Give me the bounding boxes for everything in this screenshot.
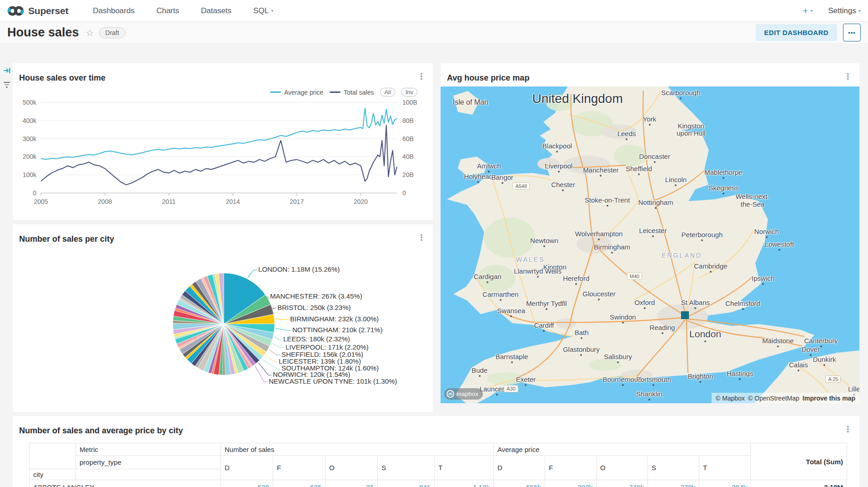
map-place-label: Skegness xyxy=(708,184,738,192)
road-badge: A 25 xyxy=(825,375,841,383)
chart-card-map: Avg house price map ⋮ xyxy=(441,63,859,403)
nav-item-charts[interactable]: Charts xyxy=(146,6,190,15)
map-place-label: Newtown xyxy=(530,237,558,244)
pie-plot[interactable]: LONDON: 1.18M (15.26%)MANCHESTER: 267k (… xyxy=(13,224,433,412)
svg-text:2005: 2005 xyxy=(34,198,48,205)
svg-text:300k: 300k xyxy=(23,135,37,142)
svg-text:200k: 200k xyxy=(23,153,37,160)
plus-icon: + xyxy=(803,5,808,16)
column-header: F xyxy=(545,456,597,480)
row-label: ABBOTS LANGLEY xyxy=(30,480,221,487)
map-place-label: Amlwch xyxy=(477,162,501,170)
map-place-label: Reading xyxy=(650,324,675,331)
brand-name[interactable]: Superset xyxy=(28,5,68,16)
value-cell: 202k xyxy=(545,480,597,487)
map-place-label: ENGLAND xyxy=(662,252,702,259)
series-line-average-price xyxy=(41,108,397,159)
svg-text:2011: 2011 xyxy=(162,198,176,205)
column-header: D xyxy=(494,456,545,480)
table-row: ABBOTS LANGLEY539635268411.12k555k202k74… xyxy=(30,480,847,487)
column-header: O xyxy=(597,456,648,480)
map-place-label: Dunkirk xyxy=(813,355,836,363)
map-place-label: United Kingdom xyxy=(532,91,623,106)
value-cell: 841 xyxy=(378,480,435,487)
map-place-label: Maidstone xyxy=(762,337,793,345)
map-place-label: Wolverhampton xyxy=(575,230,623,238)
column-header: S xyxy=(648,456,699,480)
svg-text:60B: 60B xyxy=(402,135,414,142)
column-header: T xyxy=(435,456,494,480)
nav-item-label: Dashboards xyxy=(93,6,135,15)
improve-map-link[interactable]: Improve this map xyxy=(803,395,855,402)
svg-text:2008: 2008 xyxy=(98,198,112,205)
favorite-star-icon[interactable]: ☆ xyxy=(86,27,94,38)
nav-item-dashboards[interactable]: Dashboards xyxy=(82,6,146,15)
map-place-label: Peterborough xyxy=(682,231,723,238)
map-place-label: Stoke-on-Trent xyxy=(585,196,630,204)
map-place-label: Salisbury xyxy=(604,353,632,360)
page-title: House sales xyxy=(7,25,79,40)
mapbox-attribution-link[interactable]: © Mapbox xyxy=(716,395,745,402)
top-navbar: Superset DashboardsChartsDatasetsSQL▾ + … xyxy=(0,0,868,22)
map-place-label: Oxford xyxy=(634,299,655,306)
timeseries-plot[interactable]: 0100k200k300k400k500k020B40B60B80B100B20… xyxy=(13,63,433,220)
chevron-down-icon: ▾ xyxy=(858,8,861,13)
map-place-label: Chester xyxy=(551,181,575,188)
settings-label: Settings xyxy=(828,6,856,15)
map-place-label: Cardiff xyxy=(534,321,554,329)
chevron-down-icon: ▾ xyxy=(811,8,813,13)
edit-dashboard-button[interactable]: EDIT DASHBOARD xyxy=(756,24,837,41)
svg-text:0: 0 xyxy=(402,189,406,197)
filter-icon[interactable] xyxy=(3,81,11,88)
map-labels-layer: United KingdomIsle of ManScarboroughYork… xyxy=(441,86,859,403)
map-place-label: Cardigan xyxy=(474,273,502,280)
dashboard-more-button[interactable]: ••• xyxy=(843,24,861,41)
chart-kebab-menu-icon[interactable]: ⋮ xyxy=(844,425,852,433)
pie-label: LIVERPOOL: 171k (2.20%) xyxy=(286,343,369,351)
map-place-label: Bath xyxy=(575,329,589,336)
chart-title: Avg house price map xyxy=(447,73,529,83)
svg-text:0: 0 xyxy=(33,189,36,197)
table-row: property_typeDFOSTDFOST xyxy=(30,456,847,469)
map-place-label: Leicester xyxy=(639,227,667,234)
map-place-label: Swindon xyxy=(610,313,636,321)
chart-kebab-menu-icon[interactable]: ⋮ xyxy=(844,72,852,81)
osm-attribution-link[interactable]: © OpenStreetMap xyxy=(748,395,799,402)
chart-card-pie: Number of sales per city ⋮ LONDON: 1.18M… xyxy=(13,224,433,412)
chart-card-timeseries: House sales over time ⋮ Average priceTot… xyxy=(13,63,433,220)
column-header: S xyxy=(378,456,435,480)
pie-label: MANCHESTER: 267k (3.45%) xyxy=(270,292,362,300)
nav-item-datasets[interactable]: Datasets xyxy=(190,6,242,15)
value-cell: 539 xyxy=(221,480,273,487)
road-badge: A30 xyxy=(504,385,518,392)
map-place-label: St Albans xyxy=(681,299,710,306)
map-place-label: Barnstaple xyxy=(496,353,528,360)
dashboard-header: House sales ☆ Draft EDIT DASHBOARD ••• xyxy=(0,22,868,44)
value-cell: 635 xyxy=(273,480,326,487)
map-place-label: London xyxy=(689,329,721,340)
svg-text:40B: 40B xyxy=(402,153,414,160)
total-header: Total (Sum) xyxy=(751,443,847,480)
map-price-marker[interactable] xyxy=(681,311,689,319)
expand-filter-bar-icon[interactable] xyxy=(3,66,11,75)
map-place-label: Glastonbury xyxy=(563,345,600,353)
map-place-label: Doncaster xyxy=(639,152,670,160)
settings-menu[interactable]: Settings ▾ xyxy=(828,6,861,15)
column-header: F xyxy=(273,456,326,480)
map-canvas[interactable]: United KingdomIsle of ManScarboroughYork… xyxy=(441,86,859,403)
new-item-button[interactable]: + ▾ xyxy=(803,5,813,16)
map-place-label: Lille xyxy=(848,385,859,393)
status-badge: Draft xyxy=(99,27,125,38)
nav-item-sql[interactable]: SQL▾ xyxy=(242,6,284,15)
map-place-label: Chelmsford xyxy=(725,299,760,307)
column-group-header: Number of sales xyxy=(221,443,494,456)
mapbox-logo[interactable]: m mapbox xyxy=(444,388,483,400)
map-place-label: Wells-next-the-Sea xyxy=(732,193,773,208)
column-group-header: Average price xyxy=(494,443,751,456)
superset-logo-icon[interactable] xyxy=(7,5,24,17)
map-attribution: © Mapbox © OpenStreetMap Improve this ma… xyxy=(712,393,859,403)
map-place-label: Holyhead xyxy=(464,172,493,180)
chart-title: Number of sales and average price by cit… xyxy=(19,426,183,436)
chevron-down-icon: ▾ xyxy=(271,8,273,13)
map-place-label: WALES xyxy=(516,256,545,263)
